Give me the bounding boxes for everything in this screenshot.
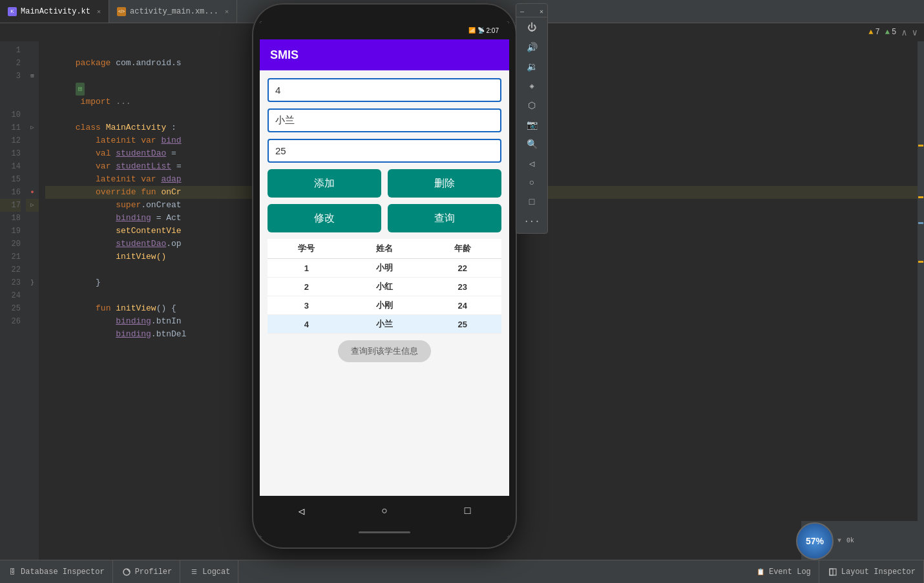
warning-triangle-icon: ▲ bbox=[868, 28, 873, 37]
power-button[interactable]: ⏻ bbox=[521, 19, 542, 37]
warning-count-1: 7 bbox=[876, 28, 880, 37]
delete-button[interactable]: 删除 bbox=[388, 169, 501, 198]
phone-screen: ··· 📶 📡 2:07 SMIS bbox=[260, 21, 509, 537]
tab-activity-xml-label: activity_main.xm... bbox=[130, 7, 218, 16]
app-content: 添加 删除 修改 查询 学号 姓名 年龄 bbox=[260, 70, 509, 496]
camera-button[interactable]: 📷 bbox=[521, 116, 542, 134]
phone-notch bbox=[352, 21, 417, 36]
id-input[interactable] bbox=[268, 78, 501, 102]
profiler-icon bbox=[122, 568, 131, 577]
layout-inspector-label: Layout Inspector bbox=[841, 568, 916, 577]
age-input[interactable] bbox=[268, 139, 501, 163]
table-row[interactable]: 4小兰25 bbox=[268, 315, 501, 334]
scroll-up-icon[interactable]: ∧ bbox=[901, 27, 907, 38]
warning-badge-1[interactable]: ▲ 7 bbox=[868, 28, 879, 37]
event-log-icon: 📋 bbox=[756, 568, 765, 577]
status-icons: 📶 📡 2:07 bbox=[468, 27, 499, 34]
emulator-toolbar: — ✕ ⏻ 🔊 🔉 ◈ ⬡ 📷 🔍 ◁ ○ □ ··· bbox=[516, 3, 548, 234]
signal-icon: 📡 bbox=[478, 27, 485, 34]
xml-file-icon: </> bbox=[117, 7, 126, 16]
back-button[interactable]: ◁ bbox=[521, 154, 542, 172]
tab-close-icon[interactable]: ✕ bbox=[97, 8, 101, 15]
warning-triangle-2-icon: ▲ bbox=[885, 28, 890, 37]
download-icon: ▼ bbox=[837, 537, 841, 544]
minimize-icon[interactable]: — bbox=[520, 8, 524, 15]
col-id-header: 学号 bbox=[268, 239, 346, 259]
table-row[interactable]: 3小刚24 bbox=[268, 296, 501, 315]
warning-badge-2[interactable]: ▲ 5 bbox=[885, 28, 896, 37]
col-age-header: 年龄 bbox=[423, 239, 501, 259]
student-table: 学号 姓名 年龄 1小明222小红233小刚244小兰25 bbox=[268, 239, 501, 334]
close-emulator-icon[interactable]: ✕ bbox=[540, 8, 543, 15]
logcat-label: Logcat bbox=[202, 568, 230, 577]
svg-rect-2 bbox=[830, 569, 833, 575]
gutter: ⊞ ▷ ● ▷ } bbox=[26, 41, 39, 560]
scroll-down-icon[interactable]: ∨ bbox=[912, 27, 918, 38]
line-numbers: 1 2 3 10 11 12 13 14 15 16 17 18 19 20 2… bbox=[0, 41, 26, 560]
status-bar: 🗄 Database Inspector Profiler ☰ Logcat 📋… bbox=[0, 560, 924, 583]
scrollbar-strip[interactable] bbox=[918, 41, 924, 560]
volume-down-button[interactable]: 🔉 bbox=[521, 57, 542, 76]
download-speed: 0k bbox=[846, 537, 854, 544]
wifi-icon: 📶 bbox=[468, 27, 476, 34]
square-button[interactable]: □ bbox=[521, 193, 542, 211]
perf-percent: 57% bbox=[806, 536, 824, 546]
event-log-tab[interactable]: 📋 Event Log bbox=[748, 560, 819, 583]
kotlin-file-icon: K bbox=[8, 7, 17, 16]
status-time: 2:07 bbox=[487, 27, 499, 34]
eraser-button[interactable]: ⬡ bbox=[521, 96, 542, 114]
name-input[interactable] bbox=[268, 108, 501, 132]
home-button[interactable]: ○ bbox=[521, 174, 542, 192]
database-inspector-tab[interactable]: 🗄 Database Inspector bbox=[0, 560, 113, 583]
home-indicator bbox=[359, 531, 410, 533]
home-nav-button[interactable]: ○ bbox=[377, 504, 392, 519]
emulator-container: — ✕ ⏻ 🔊 🔉 ◈ ⬡ 📷 🔍 ◁ ○ □ ··· ··· 📶 📡 2 bbox=[252, 3, 517, 549]
scroll-marker-info bbox=[918, 222, 923, 224]
tab-close-xml-icon[interactable]: ✕ bbox=[225, 8, 229, 15]
layout-inspector-tab[interactable]: Layout Inspector bbox=[821, 560, 924, 583]
btn-row-1: 添加 删除 bbox=[268, 169, 501, 198]
emulator-toolbar-top: — ✕ bbox=[516, 6, 547, 17]
logcat-icon: ☰ bbox=[189, 568, 198, 577]
volume-up-button[interactable]: 🔊 bbox=[521, 38, 542, 56]
tab-main-activity[interactable]: K MainActivity.kt ✕ bbox=[0, 0, 109, 23]
table-row[interactable]: 2小红23 bbox=[268, 278, 501, 296]
zoom-button[interactable]: 🔍 bbox=[521, 135, 542, 153]
tab-activity-xml[interactable]: </> activity_main.xm... ✕ bbox=[109, 0, 237, 23]
query-button[interactable]: 查询 bbox=[388, 204, 501, 232]
phone-nav-bar: ◁ ○ □ bbox=[260, 496, 509, 527]
add-button[interactable]: 添加 bbox=[268, 169, 381, 198]
modify-button[interactable]: 修改 bbox=[268, 204, 381, 232]
scroll-marker-warning-2 bbox=[918, 196, 923, 198]
scroll-marker-warning-3 bbox=[918, 261, 923, 263]
logcat-tab[interactable]: ☰ Logcat bbox=[182, 560, 238, 583]
profiler-tab[interactable]: Profiler bbox=[114, 560, 181, 583]
phone-bottom bbox=[260, 527, 509, 537]
app-title: SMIS bbox=[270, 48, 299, 62]
profiler-label: Profiler bbox=[135, 568, 173, 577]
perf-circle: 57% bbox=[796, 522, 834, 560]
rotate-button[interactable]: ◈ bbox=[521, 77, 542, 95]
scroll-marker-warning bbox=[918, 145, 923, 147]
table-header-row: 学号 姓名 年龄 bbox=[268, 239, 501, 259]
event-log-label: Event Log bbox=[769, 568, 811, 577]
more-button[interactable]: ··· bbox=[521, 212, 542, 230]
col-name-header: 姓名 bbox=[346, 239, 424, 259]
database-inspector-label: Database Inspector bbox=[21, 568, 105, 577]
warning-count-2: 5 bbox=[892, 28, 896, 37]
btn-row-2: 修改 查询 bbox=[268, 204, 501, 232]
recents-nav-button[interactable]: □ bbox=[460, 504, 476, 519]
phone-frame: ··· 📶 📡 2:07 SMIS bbox=[252, 3, 517, 549]
warning-bar: ▲ 7 ▲ 5 ∧ ∨ bbox=[862, 23, 924, 41]
app-bar: SMIS bbox=[260, 39, 509, 70]
database-icon: 🗄 bbox=[8, 568, 17, 577]
table-row[interactable]: 1小明22 bbox=[268, 259, 501, 278]
tab-main-activity-label: MainActivity.kt bbox=[21, 7, 90, 16]
layout-inspector-icon bbox=[828, 568, 837, 577]
toast-message: 查询到该学生信息 bbox=[338, 340, 431, 362]
back-nav-button[interactable]: ◁ bbox=[293, 504, 309, 519]
